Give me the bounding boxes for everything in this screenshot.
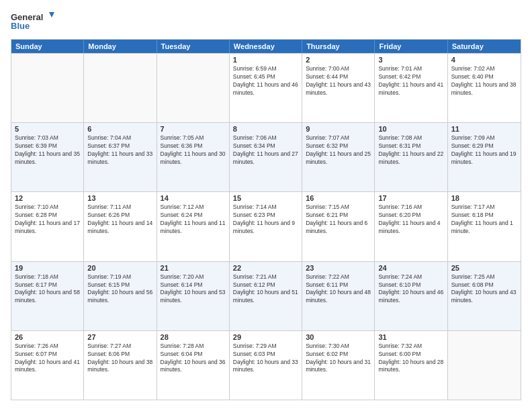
day-cell-14: 14Sunrise: 7:12 AMSunset: 6:24 PMDayligh…	[157, 192, 230, 261]
day-number-1: 1	[233, 56, 298, 64]
day-text-26: Sunrise: 7:26 AMSunset: 6:07 PMDaylight:…	[15, 342, 80, 375]
day-cell-28: 28Sunrise: 7:28 AMSunset: 6:04 PMDayligh…	[157, 331, 230, 400]
empty-cell-0-0	[11, 54, 84, 122]
day-number-20: 20	[87, 264, 152, 272]
day-number-18: 18	[451, 194, 517, 202]
day-text-6: Sunrise: 7:04 AMSunset: 6:37 PMDaylight:…	[87, 134, 152, 167]
header-sunday: Sunday	[11, 40, 84, 53]
day-number-25: 25	[451, 264, 517, 272]
day-text-22: Sunrise: 7:21 AMSunset: 6:12 PMDaylight:…	[233, 273, 298, 306]
day-text-19: Sunrise: 7:18 AMSunset: 6:17 PMDaylight:…	[15, 273, 80, 306]
day-text-2: Sunrise: 7:00 AMSunset: 6:44 PMDaylight:…	[306, 65, 371, 97]
day-text-13: Sunrise: 7:11 AMSunset: 6:26 PMDaylight:…	[87, 203, 152, 236]
day-cell-19: 19Sunrise: 7:18 AMSunset: 6:17 PMDayligh…	[11, 262, 84, 330]
page-header: General Blue	[11, 11, 521, 32]
day-number-2: 2	[306, 56, 371, 64]
header-tuesday: Tuesday	[157, 40, 230, 53]
day-cell-15: 15Sunrise: 7:14 AMSunset: 6:23 PMDayligh…	[230, 192, 302, 261]
day-number-11: 11	[451, 125, 517, 133]
day-number-3: 3	[378, 56, 443, 64]
day-text-5: Sunrise: 7:03 AMSunset: 6:39 PMDaylight:…	[15, 134, 80, 167]
day-text-29: Sunrise: 7:29 AMSunset: 6:03 PMDaylight:…	[233, 342, 298, 375]
day-cell-31: 31Sunrise: 7:32 AMSunset: 6:00 PMDayligh…	[375, 331, 447, 400]
day-number-21: 21	[161, 264, 226, 272]
day-cell-2: 2Sunrise: 7:00 AMSunset: 6:44 PMDaylight…	[302, 54, 375, 122]
day-text-15: Sunrise: 7:14 AMSunset: 6:23 PMDaylight:…	[233, 203, 298, 236]
header-monday: Monday	[84, 40, 157, 53]
day-number-22: 22	[233, 264, 298, 272]
day-cell-7: 7Sunrise: 7:05 AMSunset: 6:36 PMDaylight…	[157, 123, 230, 191]
day-cell-11: 11Sunrise: 7:09 AMSunset: 6:29 PMDayligh…	[448, 123, 521, 191]
day-text-23: Sunrise: 7:22 AMSunset: 6:11 PMDaylight:…	[306, 273, 371, 306]
calendar-header: SundayMondayTuesdayWednesdayThursdayFrid…	[11, 40, 521, 53]
calendar: SundayMondayTuesdayWednesdayThursdayFrid…	[11, 39, 521, 400]
day-number-30: 30	[306, 333, 371, 341]
logo: General Blue	[11, 11, 58, 32]
day-number-6: 6	[87, 125, 152, 133]
day-number-19: 19	[15, 264, 80, 272]
svg-text:Blue: Blue	[11, 21, 30, 31]
day-number-13: 13	[87, 194, 152, 202]
day-text-25: Sunrise: 7:25 AMSunset: 6:08 PMDaylight:…	[451, 273, 517, 306]
day-number-7: 7	[161, 125, 226, 133]
day-cell-21: 21Sunrise: 7:20 AMSunset: 6:14 PMDayligh…	[157, 262, 230, 330]
empty-cell-0-2	[157, 54, 230, 122]
day-text-7: Sunrise: 7:05 AMSunset: 6:36 PMDaylight:…	[161, 134, 226, 167]
day-number-15: 15	[233, 194, 298, 202]
week-row-3: 12Sunrise: 7:10 AMSunset: 6:28 PMDayligh…	[11, 191, 521, 261]
day-number-9: 9	[306, 125, 371, 133]
day-number-26: 26	[15, 333, 80, 341]
day-text-24: Sunrise: 7:24 AMSunset: 6:10 PMDaylight:…	[378, 273, 443, 306]
day-cell-22: 22Sunrise: 7:21 AMSunset: 6:12 PMDayligh…	[230, 262, 302, 330]
day-number-28: 28	[161, 333, 226, 341]
day-number-24: 24	[378, 264, 443, 272]
day-text-12: Sunrise: 7:10 AMSunset: 6:28 PMDaylight:…	[15, 203, 80, 236]
day-text-17: Sunrise: 7:16 AMSunset: 6:20 PMDaylight:…	[378, 203, 443, 236]
day-number-14: 14	[161, 194, 226, 202]
day-text-11: Sunrise: 7:09 AMSunset: 6:29 PMDaylight:…	[451, 134, 517, 167]
day-number-23: 23	[306, 264, 371, 272]
header-wednesday: Wednesday	[230, 40, 302, 53]
day-text-20: Sunrise: 7:19 AMSunset: 6:15 PMDaylight:…	[87, 273, 152, 306]
empty-cell-0-1	[84, 54, 157, 122]
day-text-16: Sunrise: 7:15 AMSunset: 6:21 PMDaylight:…	[306, 203, 371, 236]
day-text-3: Sunrise: 7:01 AMSunset: 6:42 PMDaylight:…	[378, 65, 443, 97]
day-text-9: Sunrise: 7:07 AMSunset: 6:32 PMDaylight:…	[306, 134, 371, 167]
calendar-body: 1Sunrise: 6:59 AMSunset: 6:45 PMDaylight…	[11, 53, 521, 400]
day-cell-27: 27Sunrise: 7:27 AMSunset: 6:06 PMDayligh…	[84, 331, 157, 400]
day-number-12: 12	[15, 194, 80, 202]
day-cell-20: 20Sunrise: 7:19 AMSunset: 6:15 PMDayligh…	[84, 262, 157, 330]
day-text-14: Sunrise: 7:12 AMSunset: 6:24 PMDaylight:…	[161, 203, 226, 236]
day-cell-12: 12Sunrise: 7:10 AMSunset: 6:28 PMDayligh…	[11, 192, 84, 261]
logo-svg: General Blue	[11, 11, 58, 32]
day-number-5: 5	[15, 125, 80, 133]
day-number-31: 31	[378, 333, 443, 341]
header-saturday: Saturday	[448, 40, 521, 53]
day-cell-13: 13Sunrise: 7:11 AMSunset: 6:26 PMDayligh…	[84, 192, 157, 261]
day-cell-3: 3Sunrise: 7:01 AMSunset: 6:42 PMDaylight…	[375, 54, 447, 122]
day-cell-5: 5Sunrise: 7:03 AMSunset: 6:39 PMDaylight…	[11, 123, 84, 191]
header-friday: Friday	[375, 40, 447, 53]
day-cell-26: 26Sunrise: 7:26 AMSunset: 6:07 PMDayligh…	[11, 331, 84, 400]
day-number-17: 17	[378, 194, 443, 202]
day-text-1: Sunrise: 6:59 AMSunset: 6:45 PMDaylight:…	[233, 65, 298, 97]
day-text-18: Sunrise: 7:17 AMSunset: 6:18 PMDaylight:…	[451, 203, 517, 236]
day-number-10: 10	[378, 125, 443, 133]
day-cell-29: 29Sunrise: 7:29 AMSunset: 6:03 PMDayligh…	[230, 331, 302, 400]
day-text-21: Sunrise: 7:20 AMSunset: 6:14 PMDaylight:…	[161, 273, 226, 306]
day-text-31: Sunrise: 7:32 AMSunset: 6:00 PMDaylight:…	[378, 342, 443, 375]
day-cell-9: 9Sunrise: 7:07 AMSunset: 6:32 PMDaylight…	[302, 123, 375, 191]
day-text-8: Sunrise: 7:06 AMSunset: 6:34 PMDaylight:…	[233, 134, 298, 167]
day-text-28: Sunrise: 7:28 AMSunset: 6:04 PMDaylight:…	[161, 342, 226, 375]
day-cell-30: 30Sunrise: 7:30 AMSunset: 6:02 PMDayligh…	[302, 331, 375, 400]
day-cell-6: 6Sunrise: 7:04 AMSunset: 6:37 PMDaylight…	[84, 123, 157, 191]
day-cell-17: 17Sunrise: 7:16 AMSunset: 6:20 PMDayligh…	[375, 192, 447, 261]
day-text-27: Sunrise: 7:27 AMSunset: 6:06 PMDaylight:…	[87, 342, 152, 375]
week-row-5: 26Sunrise: 7:26 AMSunset: 6:07 PMDayligh…	[11, 330, 521, 400]
day-number-29: 29	[233, 333, 298, 341]
day-number-16: 16	[306, 194, 371, 202]
day-number-8: 8	[233, 125, 298, 133]
day-text-4: Sunrise: 7:02 AMSunset: 6:40 PMDaylight:…	[451, 65, 517, 97]
week-row-2: 5Sunrise: 7:03 AMSunset: 6:39 PMDaylight…	[11, 122, 521, 191]
week-row-1: 1Sunrise: 6:59 AMSunset: 6:45 PMDaylight…	[11, 53, 521, 122]
